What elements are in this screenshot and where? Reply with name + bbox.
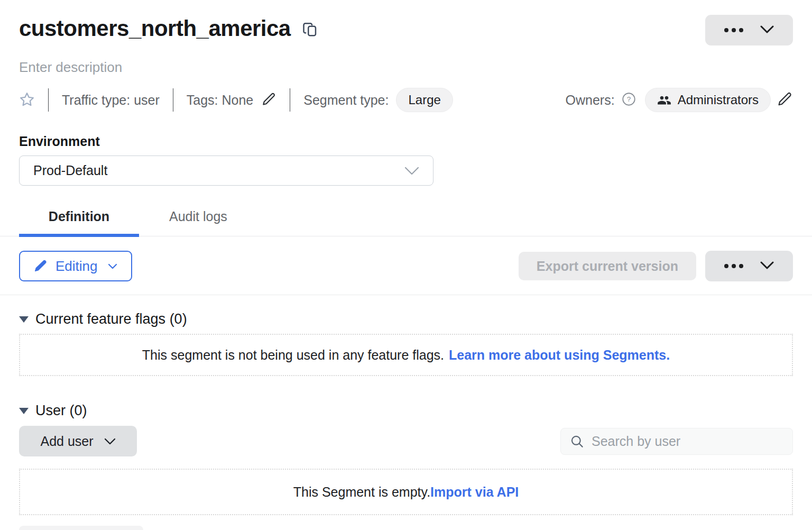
meta-divider	[48, 88, 49, 112]
feature-flags-heading: Current feature flags (0)	[35, 311, 187, 327]
toolbar-right-group: Export current version	[519, 251, 793, 281]
svg-text:?: ?	[626, 95, 631, 103]
favorite-button[interactable]	[19, 92, 35, 109]
page-title: customers_north_america	[19, 15, 291, 42]
meta-row: Traffic type: user Tags: None Segment ty…	[19, 88, 793, 112]
owners-label: Owners:	[566, 93, 615, 108]
import-via-api-link[interactable]: Import via API	[430, 485, 519, 500]
chevron-down-icon	[760, 25, 774, 35]
search-by-user-input[interactable]	[590, 433, 783, 450]
segment-type-group: Segment type: Large	[303, 88, 453, 112]
editing-label: Editing	[56, 258, 98, 275]
tags-label: Tags: None	[187, 93, 253, 108]
owners-value: Administrators	[678, 93, 759, 107]
page-header: customers_north_america	[19, 0, 793, 45]
pencil-icon	[262, 92, 276, 108]
title-wrap: customers_north_america	[19, 15, 318, 42]
user-section-header[interactable]: User (0)	[19, 403, 87, 419]
copy-name-button[interactable]	[302, 21, 318, 40]
feature-flags-section-header[interactable]: Current feature flags (0)	[19, 311, 187, 327]
owners-group: Owners: ? Administrators	[566, 88, 793, 112]
edit-owners-button[interactable]	[777, 92, 793, 109]
environment-selected-value: Prod-Default	[33, 163, 107, 178]
pencil-icon	[34, 259, 48, 273]
add-user-label: Add user	[40, 434, 93, 449]
star-icon	[19, 92, 35, 109]
question-circle-icon: ?	[622, 92, 636, 108]
learn-more-link[interactable]: Learn more about using Segments.	[449, 348, 670, 363]
chevron-down-icon	[104, 438, 116, 445]
triangle-down-icon	[19, 316, 29, 323]
segment-type-label: Segment type:	[303, 93, 389, 108]
people-icon	[657, 93, 671, 107]
tab-audit-logs[interactable]: Audit logs	[169, 209, 227, 236]
meta-divider	[173, 88, 173, 112]
chevron-down-icon	[108, 263, 117, 269]
owners-pill: Administrators	[645, 88, 771, 112]
export-current-version-button[interactable]: Export current version	[519, 252, 696, 280]
copy-icon	[302, 21, 318, 40]
user-heading: User (0)	[35, 403, 87, 419]
environment-label: Environment	[19, 134, 793, 149]
environment-select[interactable]: Prod-Default	[19, 156, 433, 186]
search-icon	[570, 434, 584, 449]
segment-detail-page: customers_north_america Enter descriptio…	[0, 0, 812, 530]
editing-status-button[interactable]: Editing	[19, 251, 132, 281]
user-search	[560, 428, 793, 455]
user-toolbar: Add user	[19, 426, 793, 456]
chevron-down-icon	[760, 261, 774, 271]
meta-divider	[290, 88, 290, 112]
tags-group: Tags: None	[187, 92, 276, 108]
segment-type-badge: Large	[396, 88, 453, 112]
description-placeholder[interactable]: Enter description	[19, 59, 122, 76]
header-more-button[interactable]	[705, 15, 793, 45]
segment-empty-text: This Segment is empty.	[293, 485, 430, 500]
tab-bar: Definition Audit logs	[0, 209, 812, 236]
feature-flags-empty-text: This segment is not being used in any fe…	[142, 348, 444, 363]
tab-definition[interactable]: Definition	[19, 209, 139, 236]
feature-flags-empty-state: This segment is not being used in any fe…	[19, 334, 793, 376]
owners-help-button[interactable]: ?	[622, 92, 636, 108]
owners-badge[interactable]: Administrators	[645, 88, 771, 112]
triangle-down-icon	[19, 408, 29, 414]
toolbar-more-button[interactable]	[705, 251, 793, 281]
definition-toolbar: Editing Export current version	[19, 251, 793, 281]
bottom-cutoff-element	[19, 526, 143, 530]
traffic-type-label: Traffic type: user	[62, 93, 160, 108]
ellipsis-icon	[724, 264, 743, 268]
user-empty-state: This Segment is empty. Import via API	[19, 469, 793, 515]
edit-tags-button[interactable]	[262, 92, 276, 108]
add-user-button[interactable]: Add user	[19, 426, 137, 456]
ellipsis-icon	[724, 28, 743, 32]
chevron-down-icon	[404, 167, 419, 175]
section-divider	[0, 295, 812, 295]
pencil-icon	[777, 92, 793, 109]
